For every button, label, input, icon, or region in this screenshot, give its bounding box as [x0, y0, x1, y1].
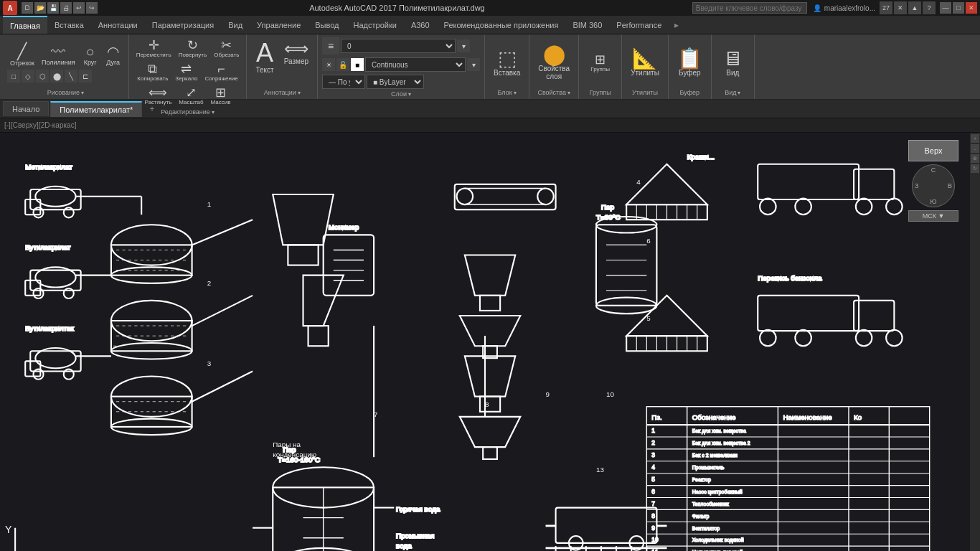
- help-btn[interactable]: ?: [923, 1, 936, 14]
- canvas-wrapper[interactable]: Метилакрилат: [0, 133, 970, 551]
- user-icon: 👤: [813, 4, 821, 12]
- tab-insert[interactable]: Вставка: [47, 16, 91, 34]
- btn-properties[interactable]: ⬤ Свойстваслоя: [534, 42, 574, 83]
- group-layers-title: Слои ▾: [391, 89, 411, 98]
- svg-text:Бутилакрилтак: Бутилакрилтак: [25, 324, 74, 332]
- maximize-btn[interactable]: □: [953, 2, 964, 14]
- btn-view[interactable]: 🖥 Вид: [718, 46, 747, 80]
- navcube-top-btn[interactable]: Верх: [908, 140, 958, 161]
- close-btn[interactable]: ✕: [966, 2, 977, 14]
- group-view-arrow[interactable]: ▾: [738, 90, 740, 96]
- group-properties-arrow[interactable]: ▾: [567, 90, 570, 96]
- minimize-btn[interactable]: —: [940, 2, 951, 14]
- search-input[interactable]: [692, 2, 807, 14]
- tab-addins[interactable]: Надстройки: [347, 16, 404, 34]
- btn-rotate[interactable]: ↻ Повернуть: [176, 37, 210, 60]
- view-tools: 🖥 Вид: [718, 37, 747, 88]
- layer-select[interactable]: 0: [341, 39, 456, 53]
- btn-stretch[interactable]: ⟺ Растянуть: [142, 85, 175, 107]
- group-layers: ≡ 0 ▾ ☀ 🔓 ■ Continuous ▾: [318, 34, 485, 99]
- nav-pan[interactable]: ⊕: [971, 154, 979, 163]
- qat-redo[interactable]: ↪: [86, 2, 98, 14]
- tab-manage[interactable]: Управление: [250, 16, 308, 34]
- btn-insert-block[interactable]: ⬚ Вставка: [489, 46, 524, 80]
- draw-sub-4[interactable]: ⬤: [50, 70, 63, 83]
- group-clipboard: 📋 Буфер Буфер: [669, 34, 712, 99]
- tab-bim360[interactable]: BIM 360: [565, 16, 609, 34]
- color-select[interactable]: ■ ByLayer: [367, 75, 424, 89]
- mck-btn[interactable]: МСК ▼: [908, 210, 958, 222]
- btn-dimension[interactable]: ⟺ Размер: [280, 37, 313, 68]
- tab-recom[interactable]: Рекомендованные приложения: [437, 16, 566, 34]
- layer-menu-btn[interactable]: ▾: [457, 39, 470, 52]
- draw-sub-1[interactable]: □: [7, 70, 20, 83]
- group-anno-title: Аннотации ▾: [264, 88, 301, 96]
- tab-output[interactable]: Вывод: [308, 16, 346, 34]
- draw-sub-6[interactable]: ⊏: [79, 70, 92, 83]
- nav-orbit[interactable]: ↻: [971, 164, 979, 173]
- svg-text:5: 5: [646, 314, 651, 322]
- nav-zoom-out[interactable]: -: [971, 144, 979, 153]
- btn-group[interactable]: ⊞ Группы: [588, 52, 613, 74]
- tab-annotations[interactable]: Аннотации: [91, 16, 145, 34]
- qat-open[interactable]: 📂: [34, 2, 46, 14]
- polyline-icon: 〰: [51, 44, 65, 59]
- linetype-select[interactable]: Continuous: [365, 57, 466, 72]
- nav-panel: + - ⊕ ↻ ▲ ▼: [970, 133, 980, 551]
- lineweight-select[interactable]: — По умолчанию: [322, 75, 365, 89]
- group-anno-arrow[interactable]: ▾: [298, 90, 301, 96]
- triangle-btn[interactable]: ▲: [908, 1, 921, 14]
- btn-polyline[interactable]: 〰 Полилиния: [39, 42, 78, 68]
- line-label: Отрезок: [10, 60, 34, 67]
- draw-sub-3[interactable]: ⬡: [36, 70, 49, 83]
- draw-sub-2[interactable]: ◇: [22, 70, 34, 83]
- btn-utilities[interactable]: 📐 Утилиты: [626, 46, 664, 80]
- layer-lock-btn[interactable]: 🔓: [336, 58, 349, 71]
- arc-icon: ◠: [107, 44, 119, 59]
- btn-scale[interactable]: ⤢ Масштаб: [176, 85, 206, 107]
- layer-color-btn[interactable]: ■: [351, 58, 364, 71]
- btn-text[interactable]: A Текст: [251, 37, 278, 77]
- btn-move[interactable]: ✛ Переместить: [133, 37, 174, 60]
- tab-parametrize[interactable]: Параметризация: [145, 16, 221, 34]
- dimension-label: Размер: [284, 57, 308, 65]
- qat-save[interactable]: 💾: [47, 2, 59, 14]
- group-draw-arrow[interactable]: ▾: [81, 90, 84, 96]
- group-layers-arrow[interactable]: ▾: [408, 91, 411, 98]
- tab-start[interactable]: Начало: [3, 101, 49, 116]
- group-block-arrow[interactable]: ▾: [514, 90, 517, 96]
- clock-btn[interactable]: 27: [880, 1, 892, 14]
- tab-view[interactable]: Вид: [221, 16, 250, 34]
- group-edit-arrow[interactable]: ▾: [212, 109, 215, 116]
- nav-zoom-in[interactable]: +: [971, 134, 979, 143]
- svg-text:Реактор: Реактор: [692, 477, 711, 483]
- tab-performance[interactable]: Performance: [609, 16, 669, 34]
- layer-tools: ≡ 0 ▾ ☀ 🔓 ■ Continuous ▾: [322, 37, 480, 89]
- layer-sun-btn[interactable]: ☀: [322, 58, 335, 71]
- btn-circle[interactable]: ○ Круг: [80, 42, 101, 68]
- btn-array[interactable]: ⊞ Массив: [208, 85, 234, 107]
- qat-plot[interactable]: 🖨: [60, 2, 72, 14]
- navcube-east: В: [948, 182, 952, 189]
- ribbon-tab-add[interactable]: ▸: [669, 17, 684, 33]
- btn-fillet[interactable]: ⌐ Сопряжение: [202, 61, 240, 83]
- layer-prop-btn[interactable]: ≡: [322, 37, 339, 55]
- ribbon-content: ╱ Отрезок 〰 Полилиния ○ Круг ◠: [0, 34, 980, 99]
- qat-new[interactable]: 🗋: [22, 2, 33, 14]
- btn-trim[interactable]: ✂ Обрезать: [211, 37, 242, 60]
- tab-drawing[interactable]: Полиметилакрилат*: [50, 101, 142, 117]
- clipboard-tools: 📋 Буфер: [673, 37, 707, 88]
- lt-menu-btn[interactable]: ▾: [467, 58, 480, 71]
- draw-sub-5[interactable]: ╲: [65, 70, 77, 83]
- tab-a360[interactable]: А360: [404, 16, 437, 34]
- btn-line[interactable]: ╱ Отрезок: [7, 42, 37, 68]
- qat-undo[interactable]: ↩: [73, 2, 85, 14]
- x-icon-btn[interactable]: ✕: [894, 1, 907, 14]
- btn-copy[interactable]: ⧉ Копировать: [134, 61, 171, 83]
- tab-home[interactable]: Главная: [3, 16, 47, 34]
- btn-clipboard[interactable]: 📋 Буфер: [673, 46, 707, 80]
- copy-icon: ⧉: [148, 62, 157, 75]
- btn-mirror[interactable]: ⇌ Зеркало: [172, 61, 200, 83]
- btn-arc[interactable]: ◠ Дуга: [103, 42, 124, 68]
- svg-text:Бак для хим. вещества: Бак для хим. вещества: [692, 428, 746, 434]
